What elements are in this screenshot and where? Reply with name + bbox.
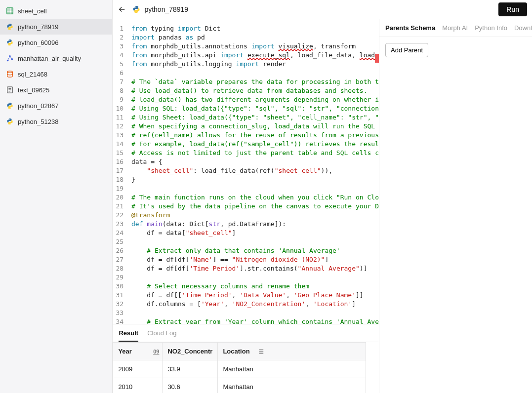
result-panel: ResultCloud Log Year09NO2_ConcentrLocati… [113, 324, 379, 393]
number-type-icon: 09 [153, 349, 159, 354]
code-content[interactable]: from typing import Dictimport pandas as … [128, 19, 379, 324]
column-label: NO2_Concentr [167, 348, 212, 355]
table-row[interactable]: 201030.6Manhattan [113, 378, 366, 393]
cell: 33.9 [163, 360, 218, 378]
table-row[interactable]: 200933.9Manhattan [113, 360, 366, 378]
add-parent-button[interactable]: Add Parent [385, 43, 428, 57]
sidebar-item-manhattan_air_quality[interactable]: manhattan_air_quality [0, 50, 112, 66]
cell: 2009 [113, 360, 163, 378]
text-icon [6, 86, 14, 94]
graph-icon [6, 54, 14, 62]
python-icon [6, 23, 14, 31]
sidebar-item-label: sheet_cell [18, 7, 47, 15]
python-icon [6, 39, 14, 46]
cell: Manhattan [218, 360, 267, 378]
sidebar: sheet_cellpython_78919python_60096manhat… [0, 0, 113, 393]
column-label: Location [223, 348, 249, 355]
result-tabs: ResultCloud Log [113, 324, 379, 342]
db-icon [6, 70, 14, 78]
sidebar-item-python_78919[interactable]: python_78919 [0, 19, 112, 35]
sidebar-item-label: manhattan_air_quality [18, 55, 81, 62]
column-label: Year [118, 348, 131, 355]
sidebar-item-text_09625[interactable]: text_09625 [0, 82, 112, 98]
svg-line-8 [8, 56, 10, 61]
title-text: python_78919 [144, 5, 188, 13]
grid-icon [6, 7, 14, 15]
editor-pane: 1234567891011121314151617181920212223242… [113, 19, 379, 393]
sidebar-item-label: sql_21468 [18, 71, 47, 78]
svg-line-9 [10, 56, 12, 59]
text-type-icon: ☰ [259, 348, 264, 354]
column-Year[interactable]: Year09 [113, 343, 163, 360]
sidebar-item-label: python_78919 [18, 23, 58, 31]
result-tab-result[interactable]: Result [119, 329, 138, 342]
svg-point-10 [7, 71, 13, 73]
back-button[interactable] [118, 5, 126, 14]
result-table-wrap[interactable]: Year09NO2_ConcentrLocation☰ 200933.9Manh… [113, 342, 379, 393]
sidebar-item-label: python_02867 [18, 102, 58, 110]
right-panel: Parents SchemaMorph AIPython InfoDownloa… [379, 19, 532, 393]
main: python_78919 Run 12345678910111213141516… [113, 0, 532, 393]
result-table: Year09NO2_ConcentrLocation☰ 200933.9Manh… [113, 342, 366, 393]
python-icon [6, 102, 14, 110]
sidebar-item-sql_21468[interactable]: sql_21468 [0, 66, 112, 82]
run-button[interactable]: Run [498, 2, 527, 16]
cell: Manhattan [218, 378, 267, 393]
python-icon [6, 118, 14, 125]
column-NO2_Concentr[interactable]: NO2_Concentr [163, 343, 218, 360]
code-editor[interactable]: 1234567891011121314151617181920212223242… [113, 19, 379, 324]
right-tab-parents-schema[interactable]: Parents Schema [385, 24, 435, 37]
python-icon [132, 5, 140, 13]
sidebar-item-python_02867[interactable]: python_02867 [0, 98, 112, 114]
line-gutter: 1234567891011121314151617181920212223242… [113, 19, 128, 324]
right-body: Add Parent [379, 37, 532, 63]
result-tab-cloud-log[interactable]: Cloud Log [147, 329, 176, 342]
cell: 2010 [113, 378, 163, 393]
cell: 30.6 [163, 378, 218, 393]
error-marker [375, 54, 379, 63]
right-tabs: Parents SchemaMorph AIPython InfoDownloa… [379, 19, 532, 37]
file-title: python_78919 [132, 5, 498, 13]
sidebar-item-python_60096[interactable]: python_60096 [0, 35, 112, 50]
column-Location[interactable]: Location☰ [218, 343, 267, 360]
right-tab-python-info[interactable]: Python Info [475, 24, 507, 37]
sidebar-item-sheet_cell[interactable]: sheet_cell [0, 3, 112, 19]
topbar: python_78919 Run [113, 0, 532, 19]
sidebar-item-label: python_51238 [18, 118, 58, 125]
sidebar-item-label: text_09625 [18, 86, 49, 94]
sidebar-item-label: python_60096 [18, 39, 58, 46]
right-tab-morph-ai[interactable]: Morph AI [442, 24, 468, 37]
sidebar-item-python_51238[interactable]: python_51238 [0, 114, 112, 129]
right-tab-download[interactable]: Download [514, 24, 532, 37]
svg-rect-0 [7, 8, 13, 14]
